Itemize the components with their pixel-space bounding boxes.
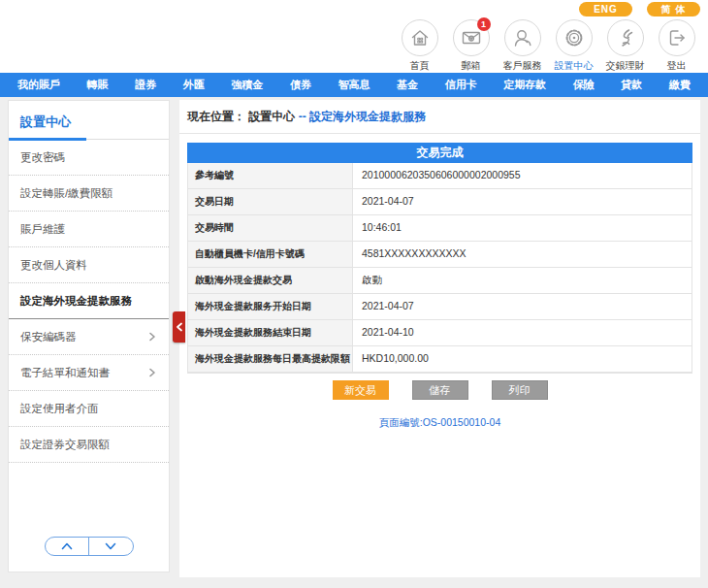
- sidebar-item-label: 電子結單和通知書: [20, 366, 110, 380]
- nav-item[interactable]: 保險: [573, 78, 595, 92]
- nav-item[interactable]: 我的賬戶: [17, 78, 60, 92]
- chevron-right-icon: [147, 368, 157, 377]
- sidebar-item-label: 設定轉賬/繳費限額: [20, 186, 113, 201]
- transaction-result: 交易完成 參考編號 2010000620350606000002000955 交…: [187, 143, 692, 430]
- table-row: 海外現金提款服務每日最高提款限額 HKD10,000.00: [188, 346, 692, 373]
- quick-menu-label: 設置中心: [555, 59, 594, 73]
- row-label: 自動櫃員機卡/信用卡號碼: [188, 242, 353, 267]
- sidebar-item[interactable]: 設定使用者介面: [9, 391, 169, 427]
- logout-icon: [665, 26, 689, 49]
- sidebar-title: 設置中心: [9, 101, 169, 140]
- row-value: 2021-04-07: [353, 189, 692, 214]
- row-label: 海外現金提款服务开始日期: [188, 294, 353, 319]
- gear-icon: [563, 26, 586, 49]
- sidebar-item-label: 賬戶維護: [20, 222, 65, 237]
- row-value: 啟動: [353, 268, 692, 293]
- table-row: 海外現金提款服務結束日期 2021-04-10: [188, 320, 692, 346]
- sidebar-item-label: 設定海外現金提款服務: [20, 294, 132, 309]
- main-navigation: 我的賬戶轉賬證券外匯強積金債券智高息基金信用卡定期存款保險貸款繳費: [0, 73, 708, 97]
- row-label: 交易時間: [188, 215, 353, 241]
- chevron-down-icon: [104, 541, 117, 551]
- sidebar-item-label: 保安編碼器: [20, 330, 77, 344]
- table-row: 交易日期 2021-04-07: [188, 189, 692, 215]
- quick-menu-item[interactable]: 客戶服務: [497, 19, 548, 73]
- sidebar-item[interactable]: 設定海外現金提款服務: [9, 283, 169, 319]
- quick-menu-item[interactable]: 設置中心: [548, 19, 599, 73]
- chevron-right-icon: [147, 332, 157, 342]
- quick-menu-label: 郵箱: [462, 59, 481, 73]
- sidebar-item[interactable]: 保安編碼器: [9, 319, 169, 355]
- action-buttons: 新交易儲存列印: [187, 380, 692, 400]
- sidebar-item-label: 設定使用者介面: [20, 402, 99, 416]
- table-row: 海外現金提款服务开始日期 2021-04-07: [188, 294, 692, 320]
- row-label: 海外現金提款服務結束日期: [188, 320, 353, 345]
- sidebar-item[interactable]: 更改個人資料: [9, 247, 169, 283]
- language-switcher: ENG简 体: [579, 2, 700, 16]
- nav-item[interactable]: 外匯: [183, 78, 205, 92]
- chevron-left-icon: [176, 322, 183, 332]
- chevron-up-icon: [60, 541, 74, 551]
- nav-item[interactable]: 轉賬: [87, 78, 109, 92]
- nav-item[interactable]: 證券: [135, 78, 156, 92]
- main-content: 現在位置： 設置中心 -- 設定海外現金提款服務 交易完成 參考編號 20100…: [179, 100, 700, 577]
- sidebar-item[interactable]: 更改密碼: [9, 140, 169, 176]
- action-button[interactable]: 儲存: [412, 380, 468, 400]
- nav-item[interactable]: 信用卡: [445, 78, 477, 92]
- row-label: 海外現金提款服務每日最高提款限額: [188, 346, 353, 372]
- scroll-down-button[interactable]: [89, 538, 133, 555]
- sidebar-item-label: 更改密碼: [20, 150, 65, 165]
- quick-menu-label: 登出: [667, 59, 687, 73]
- nav-item[interactable]: 繳費: [669, 78, 691, 92]
- page: ENG简 体 首頁 1 郵箱: [0, 0, 708, 588]
- sidebar-item[interactable]: 設定證券交易限額: [9, 427, 169, 463]
- language-button[interactable]: 简 体: [647, 2, 700, 16]
- table-row: 參考編號 2010000620350606000002000955: [188, 163, 692, 189]
- row-label: 啟動海外現金提款交易: [188, 268, 353, 293]
- quick-menu-item[interactable]: 首頁: [394, 19, 445, 73]
- sidebar: 設置中心 更改密碼 設定轉賬/繳費限額 賬戶維護 更改個人資料 設定海外現金提款…: [8, 100, 170, 572]
- row-label: 參考編號: [188, 163, 353, 188]
- top-header: ENG简 体 首頁 1 郵箱: [0, 0, 708, 73]
- breadcrumb-separator: --: [299, 110, 306, 123]
- table-row: 自動櫃員機卡/信用卡號碼 4581XXXXXXXXXXXX: [188, 242, 692, 268]
- nav-item[interactable]: 強積金: [231, 78, 263, 92]
- home-icon: [408, 26, 432, 49]
- row-value: 2021-04-10: [353, 320, 692, 345]
- row-label: 交易日期: [188, 189, 353, 214]
- nav-item[interactable]: 定期存款: [503, 78, 546, 92]
- table-row: 啟動海外現金提款交易 啟動: [188, 268, 692, 294]
- language-button[interactable]: ENG: [579, 2, 632, 16]
- row-value: 2010000620350606000002000955: [353, 163, 692, 188]
- customer-service-icon: [511, 26, 534, 49]
- quick-menu-item[interactable]: 登出: [651, 19, 702, 73]
- nav-item[interactable]: 貸款: [621, 78, 642, 92]
- nav-item[interactable]: 智高息: [338, 78, 370, 92]
- sidebar-item-label: 更改個人資料: [20, 258, 87, 273]
- breadcrumb-section: 設置中心: [248, 110, 295, 123]
- nav-item[interactable]: 基金: [397, 78, 418, 92]
- table-row: 交易時間 10:46:01: [188, 215, 692, 242]
- wealth-icon: [614, 26, 637, 49]
- quick-menu-label: 首頁: [410, 59, 430, 73]
- sidebar-item[interactable]: 電子結單和通知書: [9, 355, 169, 391]
- quick-menu-item[interactable]: 交銀理財: [599, 19, 651, 73]
- action-button[interactable]: 新交易: [333, 380, 389, 400]
- collapse-sidebar-tab[interactable]: [173, 311, 185, 343]
- action-button[interactable]: 列印: [492, 380, 548, 400]
- row-value: 4581XXXXXXXXXXXX: [353, 242, 692, 267]
- result-header: 交易完成: [187, 143, 692, 163]
- nav-item[interactable]: 債券: [290, 78, 311, 92]
- sidebar-item[interactable]: 設定轉賬/繳費限額: [9, 176, 169, 212]
- quick-menu-label: 交銀理財: [606, 59, 645, 73]
- page-number: 頁面編號:OS-00150010-04: [187, 416, 692, 430]
- breadcrumb: 現在位置： 設置中心 -- 設定海外現金提款服務: [179, 100, 700, 134]
- breadcrumb-prefix: 現在位置：: [187, 110, 245, 123]
- sidebar-pager: [45, 537, 134, 556]
- breadcrumb-current-link[interactable]: 設定海外現金提款服務: [309, 110, 426, 123]
- quick-menu-item[interactable]: 1 郵箱: [445, 19, 497, 73]
- sidebar-item-label: 設定證券交易限額: [20, 438, 110, 452]
- scroll-up-button[interactable]: [46, 538, 90, 555]
- row-value: 10:46:01: [353, 215, 692, 241]
- quick-menu: 首頁 1 郵箱 客戶服務: [394, 19, 702, 73]
- sidebar-item[interactable]: 賬戶維護: [9, 212, 169, 247]
